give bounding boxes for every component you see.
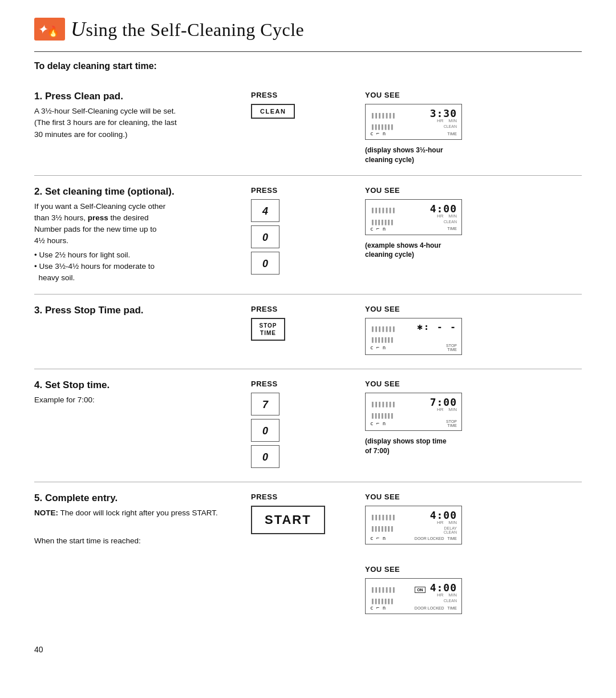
step-2-row: 2. Set cleaning time (optional). If you … xyxy=(34,176,582,295)
step-4-display: ▐▐▐▐▐▐▐ 7:00 HR MIN ▐▐▐▐▐▐▐ c ⌐ n STOPTI… xyxy=(365,393,462,431)
steps-container: 1. Press Clean pad. A 3½-hour Self-Clean… xyxy=(34,80,582,628)
step-3-row: 3. Press Stop Time pad. PRESS STOPTIME Y… xyxy=(34,294,582,369)
header-divider xyxy=(34,51,582,52)
when-start-you-see-section: YOU SEE ▐▐▐▐▐▐▐ ON 4:00 HR MIN xyxy=(365,565,462,618)
step-1-display-caption: (display shows 3½-hourcleaning cycle) xyxy=(365,146,443,165)
step-3-press-label: PRESS xyxy=(251,305,278,313)
step-2-description: 2. Set cleaning time (optional). If you … xyxy=(34,186,251,284)
svg-text:🔥: 🔥 xyxy=(47,25,60,38)
page-number: 40 xyxy=(34,645,582,654)
step-1-press-col: PRESS CLEAN xyxy=(251,91,365,121)
step-5-you-see-col: YOU SEE ▐▐▐▐▐▐▐ 4:00 HR MIN ▐▐▐▐▐▐▐ DELA… xyxy=(365,493,582,618)
step-1-description: 1. Press Clean pad. A 3½-hour Self-Clean… xyxy=(34,91,251,140)
step-1-press-label: PRESS xyxy=(251,91,278,99)
step-3-press-col: PRESS STOPTIME xyxy=(251,305,365,343)
step-5-you-see-label: YOU SEE xyxy=(365,493,400,501)
decorative-icon: ✦ 🔥 xyxy=(34,18,65,41)
step-2-title: 2. Set cleaning time (optional). xyxy=(34,186,240,197)
step-4-press-col: PRESS 7 0 0 xyxy=(251,380,365,471)
step-5-row: 5. Complete entry. NOTE: The door will l… xyxy=(34,482,582,628)
step-3-title: 3. Press Stop Time pad. xyxy=(34,305,240,316)
page-title: Using the Self-Cleaning Cycle xyxy=(71,17,304,41)
number-0a-button[interactable]: 0 xyxy=(251,225,279,248)
step-5-description: 5. Complete entry. NOTE: The door will l… xyxy=(34,493,251,544)
start-button[interactable]: START xyxy=(251,506,325,534)
step-4-description: 4. Set Stop time. Example for 7:00: xyxy=(34,380,251,406)
number-4-button[interactable]: 4 xyxy=(251,199,279,222)
step-3-you-see-col: YOU SEE ▐▐▐▐▐▐▐ ✱: - - ▐▐▐▐▐▐▐ c ⌐ n STO… xyxy=(365,305,582,358)
step-2-press-label: PRESS xyxy=(251,186,278,195)
step-3-display: ▐▐▐▐▐▐▐ ✱: - - ▐▐▐▐▐▐▐ c ⌐ n STOPTIME xyxy=(365,318,462,355)
step-2-display-caption: (example shows 4-hourcleaning cycle) xyxy=(365,241,441,260)
when-start-you-see-label: YOU SEE xyxy=(365,565,462,574)
clean-button[interactable]: CLEAN xyxy=(251,104,295,119)
step-3-description: 3. Press Stop Time pad. xyxy=(34,305,251,320)
number-0b-button[interactable]: 0 xyxy=(251,252,279,275)
step-1-row: 1. Press Clean pad. A 3½-hour Self-Clean… xyxy=(34,80,582,176)
step-3-you-see-label: YOU SEE xyxy=(365,305,400,313)
when-start-label: When the start time is reached: xyxy=(34,536,240,545)
step-5-display: ▐▐▐▐▐▐▐ 4:00 HR MIN ▐▐▐▐▐▐▐ DELAYCLEAN c… xyxy=(365,506,462,544)
stop-time-button[interactable]: STOPTIME xyxy=(251,318,285,341)
step-2-body: If you want a Self-Cleaning cycle other … xyxy=(34,201,240,284)
step-2-you-see-col: YOU SEE ▐▐▐▐▐▐▐ 4:00 HR MIN ▐▐▐▐▐▐▐ CLEA… xyxy=(365,186,582,260)
step-1-you-see-col: YOU SEE ▐▐▐▐▐▐▐ 3:30 HR MIN ▐▐▐▐▐▐▐ CLEA… xyxy=(365,91,582,165)
step-4-body: Example for 7:00: xyxy=(34,394,240,406)
step-4-display-caption: (display shows stop timeof 7:00) xyxy=(365,437,447,456)
when-start-display: ▐▐▐▐▐▐▐ ON 4:00 HR MIN ▐▐▐▐▐▐▐ CLEAN xyxy=(365,578,462,614)
number-0d-button[interactable]: 0 xyxy=(251,445,279,468)
number-0c-button[interactable]: 0 xyxy=(251,419,279,442)
step-4-you-see-col: YOU SEE ▐▐▐▐▐▐▐ 7:00 HR MIN ▐▐▐▐▐▐▐ c ⌐ … xyxy=(365,380,582,456)
step-4-title: 4. Set Stop time. xyxy=(34,380,240,391)
step-2-press-col: PRESS 4 0 0 xyxy=(251,186,365,278)
step-1-body: A 3½-hour Self-Cleaning cycle will be se… xyxy=(34,106,240,140)
step-4-press-label: PRESS xyxy=(251,380,278,388)
step-1-title: 1. Press Clean pad. xyxy=(34,91,240,102)
step-2-display: ▐▐▐▐▐▐▐ 4:00 HR MIN ▐▐▐▐▐▐▐ CLEAN c ⌐ n … xyxy=(365,199,462,235)
step-5-press-label: PRESS xyxy=(251,493,278,501)
step-2-you-see-label: YOU SEE xyxy=(365,186,400,195)
step-4-row: 4. Set Stop time. Example for 7:00: PRES… xyxy=(34,369,582,482)
page-header: ✦ 🔥 Using the Self-Cleaning Cycle xyxy=(34,17,582,41)
step-5-body: NOTE: The door will lock right after you… xyxy=(34,507,240,519)
step-4-you-see-label: YOU SEE xyxy=(365,380,400,388)
step-5-title: 5. Complete entry. xyxy=(34,493,240,504)
step-1-display: ▐▐▐▐▐▐▐ 3:30 HR MIN ▐▐▐▐▐▐▐ CLEAN c ⌐ n … xyxy=(365,104,462,140)
section-header: To delay cleaning start time: xyxy=(34,61,582,71)
number-7-button[interactable]: 7 xyxy=(251,393,279,415)
step-1-you-see-label: YOU SEE xyxy=(365,91,400,99)
on-badge: ON xyxy=(415,587,425,593)
step-5-press-col: PRESS START xyxy=(251,493,365,536)
